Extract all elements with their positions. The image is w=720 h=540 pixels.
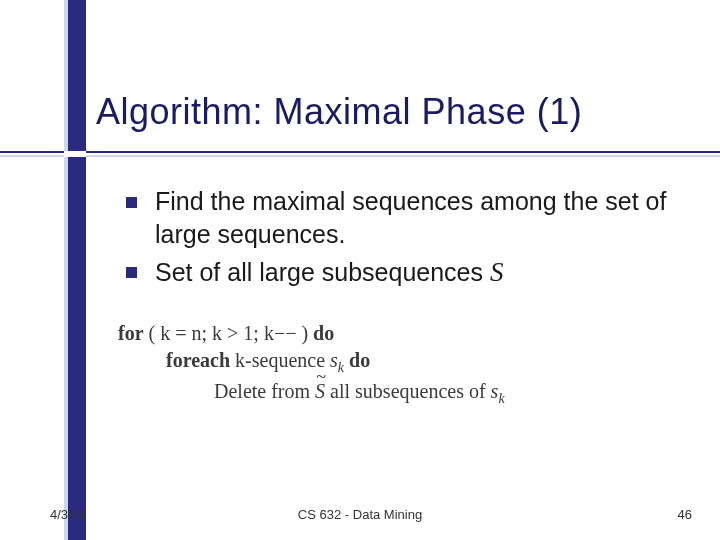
algo-var: s [330,349,338,371]
vertical-rule-dark [68,0,86,540]
title-rule-dark [0,151,720,153]
algo-text: ( k = n; k > 1; k−− ) [144,322,314,344]
bullet-square-icon [126,197,137,208]
bullet-item: Find the maximal sequences among the set… [126,185,680,251]
keyword-do: do [313,322,334,344]
algo-sub: k [498,391,504,406]
bullet-square-icon [126,267,137,278]
title-rule-light [0,155,720,157]
bullet-item: Set of all large subsequences S [126,255,680,291]
rule-intersection-gap [64,151,86,157]
body-content: Find the maximal sequences among the set… [126,185,680,295]
algo-text: k-sequence [230,349,330,371]
algorithm-block: for ( k = n; k > 1; k−− ) do foreach k-s… [118,320,505,409]
algo-text: all subsequences of [325,380,491,402]
bullet-text: Find the maximal sequences among the set… [155,185,680,251]
slide-title: Algorithm: Maximal Phase (1) [96,92,690,132]
slide: Algorithm: Maximal Phase (1) Find the ma… [0,0,720,540]
keyword-for: for [118,322,144,344]
footer-page-number: 46 [678,507,692,522]
bullet-text-prefix: Set of all large subsequences [155,258,490,286]
algo-set-var: S [315,378,325,405]
bullet-text: Set of all large subsequences S [155,255,503,291]
algo-line-2: foreach k-sequence sk do [166,347,505,378]
keyword-do: do [344,349,370,371]
title-wrap: Algorithm: Maximal Phase (1) [96,92,690,132]
algo-line-3: Delete from S all subsequences of sk [214,378,505,409]
algo-line-1: for ( k = n; k > 1; k−− ) do [118,320,505,347]
algo-text: Delete from [214,380,315,402]
keyword-foreach: foreach [166,349,230,371]
footer-course: CS 632 - Data Mining [0,507,720,522]
bullet-math-var: S [490,257,504,287]
